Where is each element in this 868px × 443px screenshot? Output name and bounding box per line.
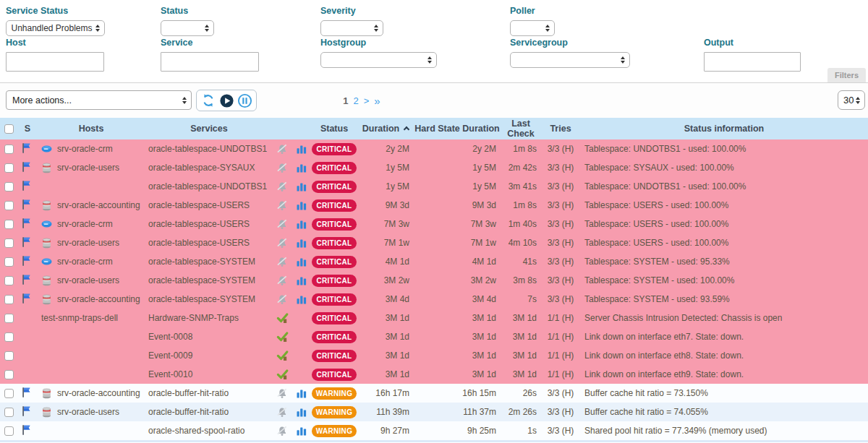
host-link[interactable]: test-snmp-traps-dell <box>41 313 118 323</box>
host-link[interactable]: srv-oracle-crm <box>57 219 113 229</box>
row-checkbox[interactable] <box>4 163 14 173</box>
play-button[interactable] <box>218 91 235 110</box>
filters-button[interactable]: Filters <box>827 68 866 82</box>
service-link[interactable]: oracle-tablespace-USERS <box>145 215 273 233</box>
row-checkbox[interactable] <box>4 238 14 248</box>
row-checkbox[interactable] <box>4 295 14 304</box>
row-checkbox[interactable] <box>4 332 14 342</box>
status-information-cell: Tablespace: UNDOTBS1 - used: 100.00% <box>580 177 868 196</box>
row-checkbox[interactable] <box>4 351 14 361</box>
row-checkbox[interactable] <box>4 145 14 154</box>
servicegroup-select[interactable] <box>510 52 630 68</box>
more-actions-select[interactable]: More actions... <box>6 90 192 110</box>
graph-icon[interactable] <box>297 257 307 267</box>
output-input[interactable] <box>704 52 801 72</box>
service-link[interactable]: Event-0010 <box>145 365 273 384</box>
row-checkbox[interactable] <box>4 426 14 436</box>
host-link[interactable]: srv-oracle-users <box>57 238 119 248</box>
hostgroup-select[interactable] <box>320 52 437 68</box>
row-checkbox[interactable] <box>4 389 14 398</box>
service-link[interactable]: oracle-tablespace-SYSAUX <box>145 158 273 177</box>
host-link[interactable]: srv-oracle-crm <box>57 257 113 267</box>
passive-check-icon <box>276 332 289 343</box>
service-link[interactable]: oracle-tablespace-SYSTEM <box>145 252 273 271</box>
header-status[interactable]: Status <box>311 118 357 139</box>
status-select[interactable] <box>161 20 214 36</box>
graph-icon[interactable] <box>297 426 307 436</box>
flag-icon <box>20 142 31 154</box>
select-all-checkbox[interactable] <box>4 124 14 134</box>
last-check-cell: 1s <box>501 421 541 440</box>
page-2-link[interactable]: 2 <box>354 95 359 106</box>
row-checkbox[interactable] <box>4 314 14 323</box>
header-services[interactable]: Services <box>145 118 273 139</box>
graph-icon[interactable] <box>297 219 307 229</box>
duration-cell: 3M 4d <box>357 290 414 309</box>
row-checkbox[interactable] <box>4 408 14 417</box>
page-next-link[interactable]: > <box>364 95 370 106</box>
service-link[interactable]: oracle-shared-spool-ratio <box>145 421 273 440</box>
row-checkbox[interactable] <box>4 257 14 267</box>
service-link[interactable]: oracle-tablespace-USERS <box>145 196 273 215</box>
row-checkbox[interactable] <box>4 276 14 285</box>
tries-cell: 3/3 (H) <box>541 233 580 252</box>
service-link[interactable]: oracle-buffer-hit-ratio <box>145 403 273 421</box>
page-size-select[interactable]: 30 <box>838 90 865 110</box>
status-information-cell: Tablespace: USERS - used: 100.00% <box>580 233 868 252</box>
service-link[interactable]: oracle-tablespace-USERS <box>145 233 273 252</box>
host-link[interactable]: srv-oracle-users <box>57 407 119 417</box>
graph-icon[interactable] <box>297 294 307 304</box>
row-checkbox[interactable] <box>4 201 14 210</box>
host-link[interactable]: srv-oracle-crm <box>57 144 113 154</box>
host-link[interactable]: srv-oracle-users <box>57 275 119 285</box>
header-status-information[interactable]: Status information <box>580 118 868 139</box>
service-link[interactable]: oracle-tablespace-SYSTEM <box>145 271 273 290</box>
service-link[interactable]: oracle-tablespace-UNDOTBS1 <box>145 139 273 158</box>
row-checkbox[interactable] <box>4 220 14 229</box>
service-link[interactable]: Hardware-SNMP-Traps <box>145 309 273 327</box>
host-link[interactable]: srv-oracle-users <box>57 163 119 173</box>
notifications-disabled-icon <box>276 294 288 305</box>
header-duration[interactable]: Duration <box>357 118 414 139</box>
host-link[interactable]: srv-oracle-accounting <box>57 294 140 304</box>
graph-icon[interactable] <box>297 407 307 417</box>
service-input[interactable] <box>161 52 259 72</box>
pause-button[interactable] <box>236 91 253 110</box>
table-row: srv-oracle-accounting oracle-tablespace-… <box>0 290 868 309</box>
page-last-link[interactable]: » <box>374 95 380 107</box>
row-checkbox[interactable] <box>4 182 14 192</box>
host-link[interactable]: srv-oracle-accounting <box>57 388 140 398</box>
header-s[interactable]: S <box>17 118 38 139</box>
header-tries[interactable]: Tries <box>541 118 580 139</box>
service-link[interactable]: oracle-tablespace-UNDOTBS1 <box>145 177 273 196</box>
row-checkbox[interactable] <box>4 370 14 379</box>
service-status-select[interactable]: Unhandled Problems <box>6 20 105 36</box>
hard-state-duration-cell: 11h 37m <box>414 403 501 421</box>
header-hosts[interactable]: Hosts <box>38 118 145 139</box>
severity-select[interactable] <box>320 20 383 36</box>
graph-icon[interactable] <box>297 388 307 398</box>
service-link[interactable]: oracle-buffer-hit-ratio <box>145 384 273 403</box>
graph-icon[interactable] <box>297 181 307 192</box>
refresh-button[interactable] <box>200 91 217 110</box>
host-input[interactable] <box>6 52 104 72</box>
service-link[interactable]: Event-0009 <box>145 346 273 365</box>
graph-icon[interactable] <box>297 275 307 285</box>
graph-icon[interactable] <box>297 238 307 248</box>
notifications-disabled-icon <box>276 200 288 211</box>
status-badge: CRITICAL <box>312 199 357 212</box>
graph-icon[interactable] <box>297 200 307 210</box>
service-link[interactable]: oracle-tablespace-SYSTEM <box>145 290 273 309</box>
graph-icon[interactable] <box>297 144 307 154</box>
poller-select[interactable] <box>510 20 555 36</box>
graph-icon[interactable] <box>297 163 307 173</box>
host-icon <box>41 145 52 153</box>
header-hard-state-duration[interactable]: Hard State Duration <box>414 118 501 139</box>
host-link[interactable]: srv-oracle-accounting <box>57 200 140 210</box>
service-link[interactable]: Event-0008 <box>145 327 273 346</box>
table-row: srv-oracle-accounting oracle-tablespace-… <box>0 196 868 215</box>
table-row: srv-oracle-users oracle-tablespace-SYSAU… <box>0 158 868 177</box>
page-current[interactable]: 1 <box>343 95 348 106</box>
header-last-check[interactable]: Last Check <box>501 118 541 139</box>
status-information-cell: Tablespace: SYSTEM - used: 100.00% <box>580 271 868 290</box>
